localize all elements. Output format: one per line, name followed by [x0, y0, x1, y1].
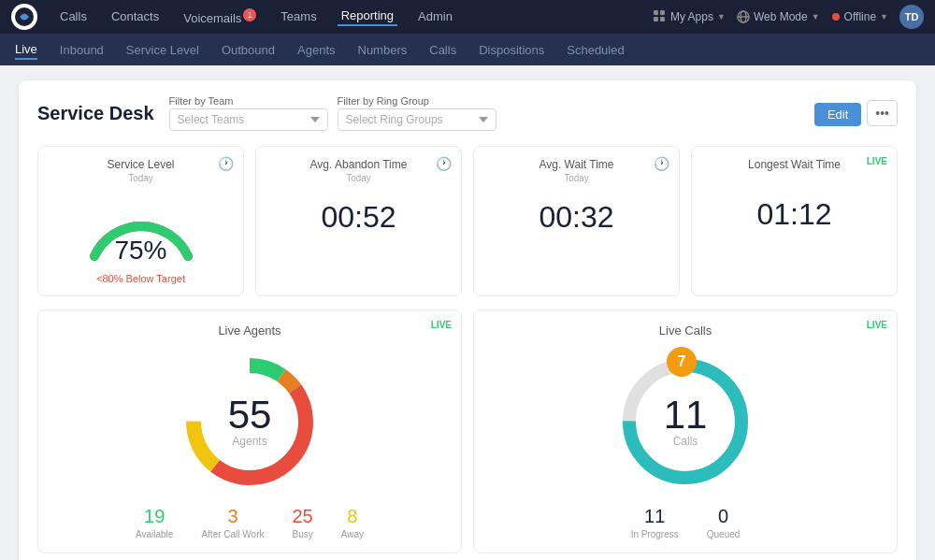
metric-longest-wait-title: Longest Wait Time: [705, 158, 884, 171]
svg-rect-2: [660, 10, 665, 15]
agents-stats-row: 19 Available 3 After Call Work 25 Busy 8…: [51, 506, 448, 539]
status-button[interactable]: Offline ▼: [831, 10, 888, 23]
below-target-text: <80% Below Target: [51, 273, 230, 284]
logo[interactable]: [11, 4, 37, 30]
dashboard-header: Service Desk Filter by Team Select Teams…: [37, 95, 898, 131]
metric-avg-abandon-value: 00:52: [269, 202, 448, 232]
stat-after-call-label: After Call Work: [201, 529, 264, 539]
subnav-scheduled[interactable]: Scheduled: [567, 41, 624, 59]
stat-queued-value: 0: [707, 506, 741, 527]
stat-in-progress: 11 In Progress: [631, 506, 679, 539]
stat-away-label: Away: [341, 529, 364, 539]
my-apps-button[interactable]: My Apps ▼: [654, 10, 726, 23]
metrics-row: Service Level Today 🕐 75% <80% Below Tar…: [37, 146, 898, 296]
metric-avg-wait-value: 00:32: [487, 202, 666, 232]
status-icon: [831, 12, 841, 22]
dashboard-container: Service Desk Filter by Team Select Teams…: [19, 80, 916, 560]
stat-available-value: 19: [136, 506, 173, 527]
stat-away: 8 Away: [341, 506, 364, 539]
sub-navigation: Live Inbound Service Level Outbound Agen…: [0, 34, 935, 65]
metric-avg-wait-subtitle: Today: [487, 173, 666, 183]
nav-teams[interactable]: Teams: [277, 7, 320, 25]
voicemail-badge: 1: [243, 8, 256, 22]
live-badge-agents: LIVE: [431, 320, 452, 330]
stat-after-call: 3 After Call Work: [201, 506, 264, 539]
filter-ring-group-label: Filter by Ring Group: [338, 95, 496, 107]
web-mode-chevron: ▼: [812, 12, 820, 22]
clock-icon-wait: 🕐: [654, 156, 669, 171]
stat-busy-value: 25: [292, 506, 312, 527]
subnav-service-level[interactable]: Service Level: [126, 41, 199, 59]
stat-after-call-value: 3: [201, 506, 264, 527]
metric-longest-wait: Longest Wait Time LIVE 01:12: [691, 146, 898, 296]
status-chevron: ▼: [880, 12, 888, 22]
stat-busy-label: Busy: [292, 529, 312, 539]
calls-stats-row: 11 In Progress 0 Queued: [487, 506, 884, 539]
calls-count: 11: [664, 395, 708, 435]
stat-queued-label: Queued: [707, 529, 741, 539]
filter-team-select[interactable]: Select Teams: [169, 108, 328, 131]
agents-donut-center: 55 Agents: [228, 395, 272, 448]
stat-queued: 0 Queued: [707, 506, 741, 539]
web-mode-button[interactable]: Web Mode ▼: [737, 10, 820, 23]
agents-donut-wrap: 55 Agents: [51, 347, 448, 496]
nav-voicemails[interactable]: Voicemails1: [180, 7, 260, 27]
metric-avg-wait-title: Avg. Wait Time: [487, 158, 666, 171]
clock-icon-service-level: 🕐: [218, 156, 234, 171]
gauge-value: 75%: [51, 236, 230, 266]
stat-away-value: 8: [341, 506, 364, 527]
filter-team-item: Filter by Team Select Teams: [169, 95, 328, 131]
nav-reporting[interactable]: Reporting: [338, 7, 397, 26]
avatar[interactable]: TD: [899, 5, 924, 29]
nav-contacts[interactable]: Contacts: [108, 7, 163, 25]
live-badge-calls: LIVE: [867, 320, 887, 330]
more-button[interactable]: •••: [867, 100, 898, 126]
calls-label: Calls: [673, 435, 698, 448]
stat-available: 19 Available: [136, 506, 173, 539]
live-calls-card: Live Calls LIVE 7 11 Calls 11: [473, 309, 898, 553]
filter-group: Filter by Team Select Teams Filter by Ri…: [169, 95, 799, 131]
grid-icon: [654, 10, 667, 23]
top-nav-right: My Apps ▼ Web Mode ▼ Offline ▼ TD: [654, 5, 924, 29]
edit-button[interactable]: Edit: [814, 103, 861, 126]
subnav-live[interactable]: Live: [15, 40, 37, 60]
subnav-inbound[interactable]: Inbound: [60, 41, 104, 59]
metric-service-level-subtitle: Today: [51, 173, 230, 183]
svg-rect-1: [654, 10, 658, 15]
svg-rect-4: [660, 17, 665, 22]
calls-donut-center: 11 Calls: [664, 395, 708, 448]
filter-ring-group-item: Filter by Ring Group Select Ring Groups: [338, 95, 496, 131]
top-navigation: Calls Contacts Voicemails1 Teams Reporti…: [0, 0, 935, 34]
subnav-calls[interactable]: Calls: [429, 41, 456, 59]
subnav-dispositions[interactable]: Dispositions: [479, 41, 544, 59]
top-nav-links: Calls Contacts Voicemails1 Teams Reporti…: [56, 7, 635, 27]
subnav-outbound[interactable]: Outbound: [222, 41, 275, 59]
metric-avg-wait: Avg. Wait Time Today 🕐 00:32: [473, 146, 680, 296]
stat-busy: 25 Busy: [292, 506, 312, 539]
live-agents-title: Live Agents: [51, 323, 448, 337]
filter-team-label: Filter by Team: [169, 95, 328, 107]
agents-count: 55: [228, 395, 272, 435]
nav-admin[interactable]: Admin: [414, 7, 456, 25]
filter-ring-group-select[interactable]: Select Ring Groups: [338, 108, 496, 131]
metric-service-level: Service Level Today 🕐 75% <80% Below Tar…: [37, 146, 244, 296]
main-content: Service Desk Filter by Team Select Teams…: [0, 65, 935, 560]
nav-calls[interactable]: Calls: [56, 7, 91, 25]
subnav-agents[interactable]: Agents: [297, 41, 335, 59]
calls-notification-badge: 7: [667, 347, 697, 377]
subnav-numbers[interactable]: Numbers: [358, 41, 408, 59]
metric-longest-wait-value: 01:12: [705, 199, 884, 229]
clock-icon-abandon: 🕐: [436, 156, 452, 171]
gauge-container: 75%: [51, 191, 230, 266]
my-apps-chevron: ▼: [717, 12, 726, 22]
stat-available-label: Available: [136, 529, 173, 539]
page-title: Service Desk: [37, 103, 154, 124]
svg-rect-3: [654, 17, 658, 22]
live-badge-longest-wait: LIVE: [867, 156, 887, 166]
metric-avg-abandon-title: Avg. Abandon Time: [269, 158, 448, 171]
dashboard-actions: Edit •••: [814, 100, 898, 126]
bottom-row: Live Agents LIVE 55 Agents: [37, 309, 898, 553]
metric-service-level-title: Service Level: [51, 158, 230, 171]
stat-in-progress-label: In Progress: [631, 529, 679, 539]
globe-icon: [737, 10, 750, 23]
